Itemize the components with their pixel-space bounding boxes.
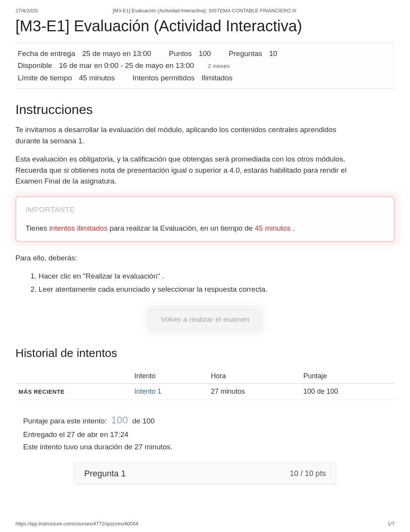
submitted-at: Entregado el 27 de abr en 17:24: [23, 428, 395, 441]
points-value: 100: [199, 48, 211, 59]
table-row: MÁS RECIENTE Intento 1 27 minutos 100 de…: [15, 383, 395, 399]
print-date: 27/4/2020: [15, 8, 38, 14]
available-label: Disponible: [18, 59, 52, 71]
questions-value: 10: [269, 48, 277, 59]
important-title: IMPORTANTE: [25, 206, 385, 214]
question-title: Pregunta 1: [84, 469, 126, 479]
due-label: Fecha de entrega: [18, 48, 75, 59]
question-card: Pregunta 1 10 / 10 pts: [74, 463, 336, 485]
col-time: Hora: [208, 369, 300, 384]
attempts-label: Intentos permitidos: [132, 72, 195, 84]
attempt-time: 27 minutos: [208, 383, 300, 399]
score-out-of: de 100: [132, 417, 155, 425]
print-footer: https://ipp.instructure.com/courses/4772…: [15, 521, 395, 527]
timelimit-label: Límite de tiempo: [18, 72, 72, 84]
print-doc-title: [M3-E1] Evaluación (Actividad Interactiv…: [38, 8, 371, 14]
attempts-value: Ilimitados: [202, 72, 232, 84]
steps-list: Hacer clic en "Realizar la evaluación" .…: [23, 270, 395, 296]
important-red-2: 45 minutos: [255, 224, 291, 232]
important-box: IMPORTANTE Tienes intentos ilimitados pa…: [15, 196, 395, 242]
points-label: Puntos: [169, 48, 191, 59]
quiz-meta: Fecha de entrega 25 de mayo en 13:00 Pun…: [15, 42, 395, 89]
retake-quiz-button[interactable]: Volver a realizar el examen: [150, 309, 259, 330]
step-1: Hacer clic en "Realizar la evaluación" .: [39, 270, 395, 282]
attempt-link[interactable]: Intento 1: [134, 388, 161, 395]
duration-text: Este intento tuvo una duración de 27 min…: [23, 441, 395, 453]
important-red-1: intentos ilimitados: [49, 224, 108, 232]
score-value: 100: [109, 414, 130, 426]
footer-url: https://ipp.instructure.com/courses/4772…: [15, 521, 138, 527]
due-value: 25 de mayo en 13:00: [82, 48, 151, 59]
recent-tag: MÁS RECIENTE: [15, 383, 131, 399]
available-sub: 2 meses: [208, 61, 230, 71]
instructions-p1: Te invitamos a desarrollar la evaluación…: [15, 124, 351, 146]
important-text: Tienes intentos ilimitados para realizar…: [25, 224, 385, 233]
score-summary: Puntaje para este intento: 100 de 100 En…: [23, 411, 395, 454]
col-attempt: Intento: [131, 369, 208, 384]
attempt-score: 100 de 100: [300, 383, 395, 399]
print-header: 27/4/2020 [M3-E1] Evaluación (Actividad …: [15, 8, 395, 14]
attempt-history-table: Intento Hora Puntaje MÁS RECIENTE Intent…: [15, 369, 395, 400]
col-blank: [15, 369, 131, 384]
instructions-p2: Esta evaluación es obligatoria, y la cal…: [15, 154, 351, 187]
footer-page: 1/7: [388, 521, 395, 527]
attempt-history-heading: Historial de intentos: [15, 347, 395, 360]
score-label: Puntaje para este intento:: [23, 417, 109, 425]
timelimit-value: 45 minutos: [79, 72, 115, 84]
instructions-heading: Instrucciones: [15, 102, 395, 117]
steps-intro: Para ello, deberás:: [15, 253, 351, 264]
col-score: Puntaje: [300, 369, 395, 384]
step-2: Leer atentamente cada enunciado y selecc…: [39, 284, 395, 295]
available-value: 16 de mar en 0:00 - 25 de mayo en 13:00: [59, 59, 194, 71]
question-points: 10 / 10 pts: [290, 469, 326, 478]
page-title: [M3-E1] Evaluación (Actividad Interactiv…: [15, 17, 395, 35]
questions-label: Preguntas: [229, 48, 262, 59]
